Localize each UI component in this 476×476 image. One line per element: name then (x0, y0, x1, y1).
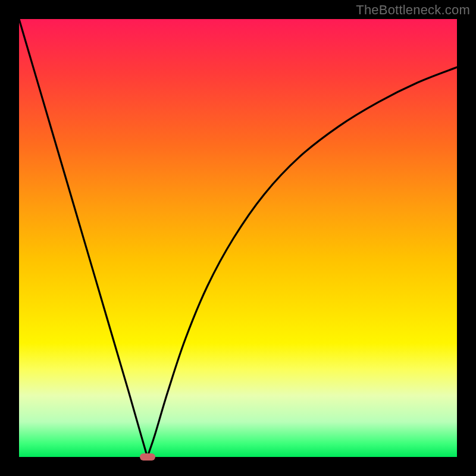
right-branch-curve (148, 67, 457, 457)
curve-layer (19, 19, 457, 457)
min-point-marker (140, 453, 155, 461)
plot-area (19, 19, 457, 457)
chart-frame: TheBottleneck.com (0, 0, 476, 476)
left-branch-curve (19, 19, 148, 457)
attribution-text: TheBottleneck.com (356, 2, 470, 18)
